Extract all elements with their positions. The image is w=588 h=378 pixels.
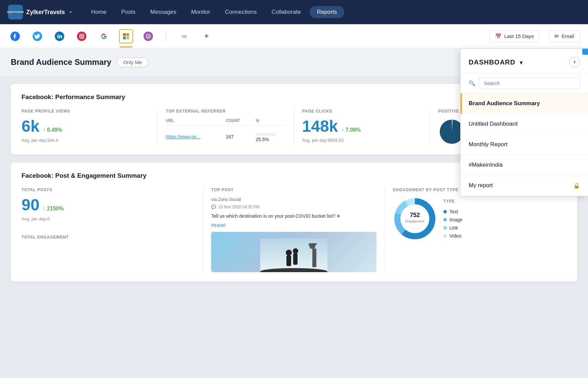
microsoft-tab[interactable] (119, 29, 133, 43)
nav-home[interactable]: Home (85, 6, 112, 18)
lock-icon: 🔒 (573, 182, 580, 189)
search-magnifier-icon: 🔍 (469, 80, 475, 86)
only-me-badge[interactable]: Only Me (117, 57, 148, 67)
top-navigation: ZylkerTravels ZylkerTravels ▾ Home Posts… (0, 0, 588, 24)
dropdown-items-list: Brand Audience Summary Untitled Dashboar… (461, 93, 588, 196)
page-clicks-change: ↑ 7.08% (341, 127, 361, 133)
dashboard-item-label: My report (469, 182, 493, 189)
svg-rect-23 (286, 255, 291, 266)
social-separator (166, 31, 166, 41)
page-clicks-section: PAGE CLICKS 148k ↑ 7.08% Avg. per day:98… (294, 109, 430, 145)
youtube-tab[interactable] (141, 29, 155, 43)
referrer-row: https://www.go... 167 25.5% (166, 129, 285, 144)
svg-rect-3 (57, 35, 58, 38)
dashboard-search-input[interactable] (479, 77, 580, 89)
svg-rect-13 (126, 37, 129, 39)
svg-point-5 (77, 32, 86, 41)
dropdown-chevron: ▾ (520, 60, 523, 66)
svg-text:Engagement: Engagement (405, 219, 424, 223)
page-profile-views-label: PAGE PROFILE VIEWS (22, 109, 149, 114)
nav-reports[interactable]: Reports (310, 6, 345, 18)
date-filter-label: Last 15 Days (504, 33, 534, 39)
brand-name: ZylkerTravels (26, 9, 65, 16)
social-platform-bar: ∞ ✦ 📅 Last 15 Days ✉ Email (0, 24, 588, 48)
total-posts-label: TOTAL POSTS (22, 187, 195, 192)
brand-icon: ZylkerTravels (8, 5, 23, 19)
referrer-table: URL COUNT % https://www.go... 167 25.5% (166, 118, 285, 144)
dashboard-item-makein[interactable]: #MakeinIndia (461, 155, 588, 175)
youtube-icon (144, 32, 153, 41)
video-label: Video (449, 233, 462, 239)
instagram-tab[interactable] (75, 29, 89, 43)
dashboard-item-myreport[interactable]: My report 🔒 (461, 175, 588, 196)
date-filter-btn[interactable]: 📅 Last 15 Days (489, 30, 540, 42)
google-icon (99, 32, 109, 41)
top-post-via: via Zoho Social (211, 197, 376, 202)
top-external-referrer-label: TOP EXTERNAL REFERRER (166, 109, 285, 114)
dashboard-item-untitled[interactable]: Untitled Dashboard (461, 114, 588, 134)
chain-tab[interactable]: ∞ (177, 29, 191, 43)
total-posts-change: ↑ 2150% (43, 206, 64, 212)
page-clicks-value: 148k (302, 118, 338, 134)
text-dot (443, 210, 447, 213)
page-profile-views-value: 6k (22, 118, 39, 134)
image-dot (443, 218, 447, 221)
message-icon: 💬 (211, 205, 216, 209)
email-label: Email (561, 33, 574, 39)
nav-posts[interactable]: Posts (115, 6, 142, 18)
svg-point-16 (148, 36, 149, 37)
instagram-icon (77, 32, 86, 41)
microsoft-icon (121, 32, 131, 41)
top-post-label: TOP POST (211, 187, 376, 192)
ref-pct: 25.5% (256, 131, 285, 142)
linkedin-tab[interactable] (52, 29, 67, 43)
facebook-tab[interactable] (8, 29, 22, 43)
email-icon: ✉ (554, 33, 559, 39)
svg-rect-11 (126, 33, 129, 36)
video-dot (443, 234, 447, 238)
link-dot (443, 226, 447, 229)
page-title-area: Brand Audience Summary Only Me (11, 57, 148, 67)
twitter-icon (33, 32, 42, 41)
google-tab[interactable] (97, 29, 111, 43)
legend-text: Text (443, 209, 463, 214)
brand-logo-area[interactable]: ZylkerTravels ZylkerTravels ▾ (8, 5, 72, 19)
legend-video: Video (443, 233, 463, 239)
dashboard-item-label: Brand Audience Summary (469, 100, 540, 107)
total-posts-avg: Avg. per day:6 (22, 216, 195, 221)
referrer-table-header: URL COUNT % (166, 118, 285, 126)
nav-items: Home Posts Messages Monitor Connections … (85, 6, 580, 18)
twitter-tab[interactable] (30, 29, 44, 43)
dashboard-item-monthly[interactable]: Monthly Report (461, 134, 588, 155)
dashboard-item-label: #MakeinIndia (469, 162, 503, 168)
col-url: URL (166, 118, 226, 123)
nav-connections[interactable]: Connections (219, 6, 263, 18)
total-engagement-label: TOTAL ENGAGEMENT (22, 235, 195, 240)
legend-image: Image (443, 217, 463, 222)
type-label: TYPE (443, 199, 463, 204)
ref-count: 167 (226, 134, 256, 139)
chain-icon: ∞ (182, 32, 187, 41)
ref-url[interactable]: https://www.go... (166, 134, 226, 139)
nav-collaborate[interactable]: Collaborate (266, 6, 307, 18)
total-posts-section: TOTAL POSTS 90 ↑ 2150% Avg. per day:6 TO… (22, 187, 203, 272)
brand-chevron-icon: ▾ (70, 10, 72, 14)
legend-link: Link (443, 225, 463, 230)
post-image-svg (260, 239, 327, 272)
donut-chart-wrap: 752 Engagement TYPE Text Image (393, 197, 558, 241)
dashboard-item-brand-audience[interactable]: Brand Audience Summary (461, 93, 588, 114)
add-dashboard-button[interactable]: + (569, 57, 580, 68)
ref-bar-wrap (256, 133, 276, 136)
engagement-section: ENGAGEMENT BY POST TYPE 752 Engagement (385, 187, 566, 272)
nav-monitor[interactable]: Monitor (185, 6, 216, 18)
col-count: COUNT (226, 118, 256, 123)
link-label: Link (449, 225, 458, 230)
email-btn[interactable]: ✉ Email (549, 30, 580, 42)
page-profile-views-change: ↑ 0.49% (43, 127, 62, 133)
sprout-tab[interactable]: ✦ (199, 29, 213, 43)
post-date-text: 10 Nov 2020 04:35 PM (218, 205, 260, 209)
dashboard-item-label: Monthly Report (469, 141, 507, 148)
nav-messages[interactable]: Messages (144, 6, 182, 18)
dashboard-dropdown: DASHBOARD ▾ + 🔍 Brand Audience Summary U… (460, 48, 588, 196)
sprout-icon: ✦ (203, 32, 209, 41)
